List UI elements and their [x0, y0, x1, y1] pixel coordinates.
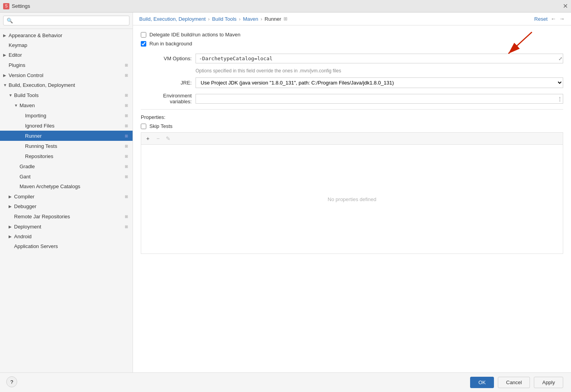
properties-toolbar: + − ✎ — [141, 132, 563, 144]
search-input[interactable] — [3, 16, 129, 25]
sidebar-tree: ▶Appearance & BehaviorKeymap▶EditorPlugi… — [0, 29, 133, 372]
sidebar-item-label-repositories: Repositories — [25, 153, 122, 159]
sidebar-item-label-deployment: Deployment — [14, 224, 122, 230]
tree-arrow-build-execution: ▼ — [3, 83, 9, 87]
sidebar-item-maven-archetype[interactable]: Maven Archetype Catalogs — [0, 182, 133, 191]
sidebar-item-label-build-execution: Build, Execution, Deployment — [9, 82, 129, 88]
sidebar: ▶Appearance & BehaviorKeymap▶EditorPlugi… — [0, 13, 133, 372]
sidebar-item-running-tests[interactable]: Running Tests⊞ — [0, 141, 133, 151]
sidebar-item-label-compiler: Compiler — [14, 194, 122, 200]
remove-property-button[interactable]: − — [154, 134, 162, 143]
vm-options-container: ⤢ — [196, 54, 563, 63]
sidebar-item-build-tools[interactable]: ▼Build Tools⊞ — [0, 90, 133, 100]
breadcrumb-sep-2: › — [239, 16, 241, 22]
settings-icon-build-tools: ⊞ — [123, 92, 129, 98]
sidebar-item-label-keymap: Keymap — [9, 42, 129, 48]
vm-options-row: VM Options: ⤢ — [141, 54, 563, 63]
breadcrumb-maven[interactable]: Maven — [243, 16, 258, 22]
sidebar-item-repositories[interactable]: Repositories⊞ — [0, 151, 133, 161]
delegate-checkbox[interactable] — [141, 32, 146, 38]
breadcrumb-actions: Reset ← → — [534, 16, 565, 22]
search-box — [0, 13, 133, 29]
add-property-button[interactable]: + — [144, 134, 152, 143]
sidebar-item-debugger[interactable]: ▶Debugger — [0, 201, 133, 211]
vm-options-input[interactable] — [196, 54, 563, 63]
vm-expand-button[interactable]: ⤢ — [558, 56, 562, 61]
tree-arrow-debugger: ▶ — [9, 204, 14, 209]
jre-select[interactable]: Use Project JDK (java version "1.8.0_131… — [196, 77, 563, 88]
env-edit-button[interactable]: ⋮ — [557, 96, 562, 102]
sidebar-item-ignored-files[interactable]: Ignored Files⊞ — [0, 120, 133, 131]
breadcrumb-build-execution[interactable]: Build, Execution, Deployment — [139, 16, 206, 22]
sidebar-item-version-control[interactable]: ▶Version Control⊞ — [0, 70, 133, 80]
sidebar-item-label-build-tools: Build Tools — [14, 92, 122, 98]
vm-options-label: VM Options: — [141, 56, 192, 61]
sidebar-item-label-plugins: Plugins — [9, 62, 122, 68]
tree-arrow-editor: ▶ — [3, 53, 9, 57]
env-variables-input[interactable] — [196, 94, 563, 104]
sidebar-item-appearance[interactable]: ▶Appearance & Behavior — [0, 31, 133, 40]
sidebar-item-keymap[interactable]: Keymap — [0, 40, 133, 50]
breadcrumb: Build, Execution, Deployment › Build Too… — [139, 16, 287, 22]
delegate-row: Delegate IDE build/run actions to Maven — [141, 32, 563, 38]
tree-arrow-appearance: ▶ — [3, 33, 9, 38]
settings-icon-repositories: ⊞ — [123, 153, 129, 159]
sidebar-item-maven[interactable]: ▼Maven⊞ — [0, 100, 133, 110]
breadcrumb-build-tools[interactable]: Build Tools — [212, 16, 237, 22]
tree-arrow-compiler: ▶ — [9, 194, 14, 199]
breadcrumb-bar: Build, Execution, Deployment › Build Too… — [133, 13, 571, 25]
sidebar-item-gant[interactable]: Gant⊞ — [0, 171, 133, 182]
sidebar-item-gradle[interactable]: Gradle⊞ — [0, 161, 133, 171]
breadcrumb-runner: Runner — [265, 16, 282, 22]
sidebar-item-android[interactable]: ▶Android — [0, 232, 133, 241]
sidebar-item-plugins[interactable]: Plugins⊞ — [0, 60, 133, 70]
sidebar-item-deployment[interactable]: ▶Deployment⊞ — [0, 221, 133, 232]
skip-tests-checkbox[interactable] — [141, 124, 146, 129]
sidebar-item-app-servers[interactable]: Application Servers — [0, 241, 133, 251]
jre-select-wrapper: Use Project JDK (java version "1.8.0_131… — [196, 77, 563, 88]
section-divider — [141, 109, 563, 110]
sidebar-item-build-execution[interactable]: ▼Build, Execution, Deployment — [0, 80, 133, 90]
sidebar-item-label-version-control: Version Control — [9, 72, 122, 78]
edit-property-button[interactable]: ✎ — [164, 134, 172, 143]
tree-arrow-maven: ▼ — [14, 103, 20, 108]
sidebar-item-runner[interactable]: Runner⊞ — [0, 131, 133, 141]
settings-icon-runner: ⊞ — [123, 133, 129, 139]
nav-forward-button[interactable]: → — [559, 16, 565, 22]
jre-row: JRE: Use Project JDK (java version "1.8.… — [141, 77, 563, 88]
reset-button[interactable]: Reset — [534, 16, 548, 22]
sidebar-item-label-gant: Gant — [20, 174, 122, 180]
sidebar-item-compiler[interactable]: ▶Compiler⊞ — [0, 191, 133, 201]
help-button[interactable]: ? — [6, 376, 17, 387]
sidebar-item-label-app-servers: Application Servers — [14, 243, 129, 249]
run-background-label: Run in background — [149, 41, 192, 47]
tree-arrow-build-tools: ▼ — [9, 93, 14, 97]
vm-hint: Options specified in this field override… — [196, 68, 563, 74]
sidebar-item-label-maven-archetype: Maven Archetype Catalogs — [20, 183, 129, 189]
sidebar-item-remote-jar[interactable]: Remote Jar Repositories⊞ — [0, 211, 133, 221]
settings-icon-compiler: ⊞ — [123, 193, 129, 200]
sidebar-item-label-importing: Importing — [25, 113, 122, 119]
ok-button[interactable]: OK — [470, 377, 494, 388]
sidebar-item-label-running-tests: Running Tests — [25, 143, 122, 149]
settings-icon-plugins: ⊞ — [123, 62, 129, 68]
bottom-bar: ? OK Cancel Apply — [0, 372, 571, 392]
sidebar-item-editor[interactable]: ▶Editor — [0, 50, 133, 60]
sidebar-item-importing[interactable]: Importing⊞ — [0, 110, 133, 120]
breadcrumb-sep-3: › — [260, 16, 262, 22]
delegate-label: Delegate IDE build/run actions to Maven — [149, 32, 241, 38]
cancel-button[interactable]: Cancel — [498, 377, 530, 388]
no-properties-text: No properties defined — [328, 196, 376, 202]
run-background-row: Run in background — [141, 41, 563, 47]
settings-icon-deployment: ⊞ — [123, 223, 129, 230]
sidebar-item-label-maven: Maven — [20, 102, 122, 108]
sidebar-item-label-ignored-files: Ignored Files — [25, 123, 122, 129]
nav-back-button[interactable]: ← — [551, 16, 556, 22]
apply-button[interactable]: Apply — [534, 377, 563, 388]
run-background-checkbox[interactable] — [141, 41, 146, 47]
properties-table: No properties defined — [141, 144, 563, 254]
close-button[interactable]: ✕ — [563, 2, 568, 10]
breadcrumb-settings-icon: ⊞ — [284, 16, 287, 22]
sidebar-item-label-editor: Editor — [9, 52, 129, 58]
tree-arrow-version-control: ▶ — [3, 73, 9, 77]
